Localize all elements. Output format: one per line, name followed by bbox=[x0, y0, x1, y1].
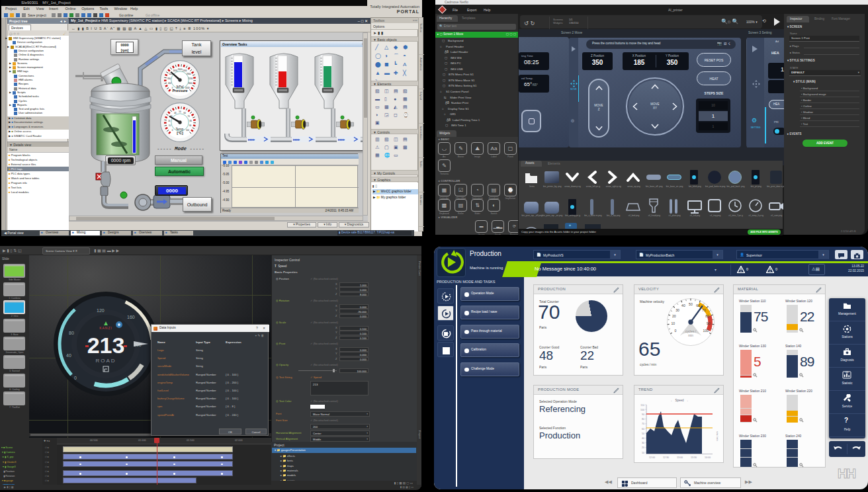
svg-text:min: min bbox=[688, 334, 693, 337]
svg-text:160: 160 bbox=[127, 315, 135, 319]
svg-text:2000: 2000 bbox=[178, 68, 183, 71]
svg-text:50: 50 bbox=[179, 110, 181, 113]
svg-text:13:30: 13:30 bbox=[691, 456, 697, 459]
svg-text:10: 10 bbox=[169, 124, 171, 127]
svg-text:70: 70 bbox=[188, 115, 191, 118]
svg-text:[°C]: [°C] bbox=[177, 131, 183, 135]
svg-text:▸▸▸▸: ▸▸▸▸ bbox=[293, 138, 300, 142]
svg-text:13:00: 13:00 bbox=[677, 456, 683, 459]
svg-text:40: 40 bbox=[66, 353, 71, 358]
svg-text:Temp.: Temp. bbox=[175, 128, 184, 131]
svg-text:10: 10 bbox=[671, 321, 675, 325]
svg-text:20: 20 bbox=[168, 120, 171, 122]
svg-text:▸▸▸▸: ▸▸▸▸ bbox=[338, 138, 345, 142]
svg-text:cycles /: cycles / bbox=[685, 330, 697, 333]
svg-text:400: 400 bbox=[168, 82, 171, 85]
svg-text:20: 20 bbox=[672, 314, 676, 318]
svg-text:70: 70 bbox=[702, 308, 706, 312]
svg-text:12:30: 12:30 bbox=[663, 456, 669, 459]
svg-text:12:00: 12:00 bbox=[649, 456, 655, 459]
svg-text:100: 100 bbox=[703, 329, 709, 333]
svg-text:213: 213 bbox=[87, 333, 125, 358]
svg-text:rota / min: rota / min bbox=[716, 431, 718, 441]
svg-text:70: 70 bbox=[642, 423, 644, 425]
svg-text:110: 110 bbox=[640, 404, 644, 407]
svg-text:50: 50 bbox=[642, 432, 644, 435]
svg-text:KANZI: KANZI bbox=[99, 326, 112, 330]
svg-text:▸▸▸▸: ▸▸▸▸ bbox=[248, 138, 255, 142]
svg-text:30: 30 bbox=[642, 442, 644, 444]
svg-text:ROAD: ROAD bbox=[95, 358, 116, 364]
svg-text:90: 90 bbox=[642, 413, 644, 416]
svg-text:80: 80 bbox=[190, 120, 193, 122]
svg-text:90: 90 bbox=[189, 124, 192, 127]
svg-text:2400: 2400 bbox=[183, 69, 187, 72]
svg-text:40: 40 bbox=[642, 437, 644, 440]
svg-text:80: 80 bbox=[69, 331, 74, 335]
svg-text:20: 20 bbox=[642, 446, 644, 449]
svg-text:100: 100 bbox=[640, 409, 644, 411]
svg-text:800: 800 bbox=[167, 77, 171, 80]
svg-text:60: 60 bbox=[642, 428, 644, 430]
svg-text:14:00: 14:00 bbox=[705, 456, 711, 459]
svg-text:50: 50 bbox=[689, 302, 693, 306]
svg-text:Pressure: Pressure bbox=[172, 89, 187, 93]
svg-text:← Speed →: ← Speed → bbox=[670, 399, 688, 402]
svg-text:120: 120 bbox=[97, 308, 105, 313]
svg-text:30: 30 bbox=[675, 308, 679, 312]
svg-text:0: 0 bbox=[675, 329, 677, 333]
svg-text:60: 60 bbox=[696, 304, 700, 308]
svg-text:90: 90 bbox=[707, 321, 711, 325]
svg-text:60: 60 bbox=[184, 112, 187, 114]
svg-text:10: 10 bbox=[642, 452, 644, 454]
svg-text:[kPa]: [kPa] bbox=[177, 85, 184, 89]
svg-text:40: 40 bbox=[681, 304, 685, 308]
svg-text:0: 0 bbox=[74, 376, 77, 380]
svg-text:80: 80 bbox=[705, 314, 709, 318]
svg-text:100: 100 bbox=[186, 129, 189, 132]
svg-text:3600: 3600 bbox=[188, 82, 193, 85]
svg-text:3200: 3200 bbox=[189, 77, 193, 80]
svg-text:100: 100 bbox=[846, 371, 849, 374]
svg-text:80: 80 bbox=[642, 418, 644, 421]
svg-text:40: 40 bbox=[174, 112, 177, 114]
